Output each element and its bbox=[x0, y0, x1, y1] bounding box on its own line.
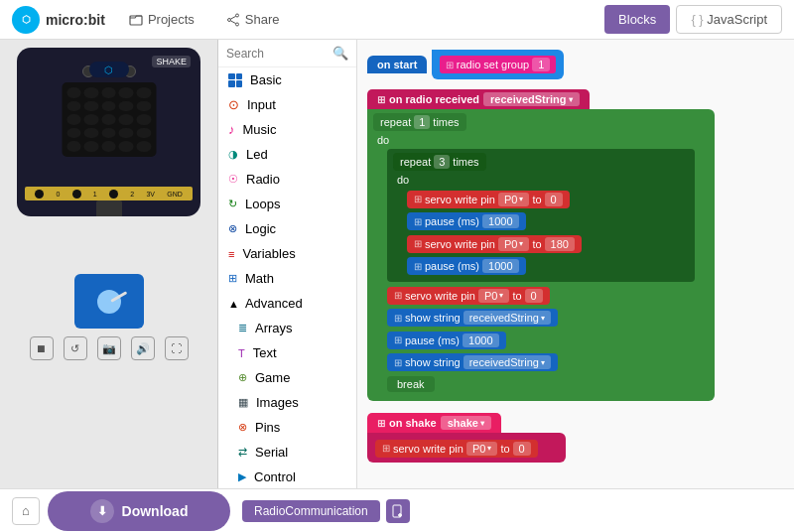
sidebar-item-math[interactable]: ⊞ Math bbox=[218, 266, 356, 291]
header-tabs: Blocks { } JavaScript bbox=[604, 5, 782, 34]
sidebar-item-led[interactable]: ◑ Led bbox=[218, 142, 356, 167]
folder-icon bbox=[129, 13, 143, 27]
servo1-block[interactable]: ⊞ servo write pin P0▾ to 0 bbox=[407, 189, 689, 208]
pause2-block[interactable]: ⊞ pause (ms) 1000 bbox=[407, 256, 689, 276]
game-icon: ⊕ bbox=[238, 371, 247, 384]
bluetooth-area: ⬡ bbox=[89, 62, 129, 77]
show1-block[interactable]: ⊞ show string receivedString▾ bbox=[387, 308, 709, 328]
advanced-chevron-icon: ▲ bbox=[228, 298, 239, 310]
variables-icon: ≡ bbox=[228, 248, 234, 260]
add-file-button[interactable] bbox=[386, 499, 410, 523]
advanced-label: Advanced bbox=[245, 296, 303, 311]
add-file-icon bbox=[391, 504, 405, 518]
sidebar-item-arrays[interactable]: ≣ Arrays bbox=[218, 316, 356, 340]
on-radio-received-block[interactable]: ⊞ on radio received receivedString ▾ bbox=[367, 89, 590, 109]
javascript-tab[interactable]: { } JavaScript bbox=[676, 5, 782, 34]
sidebar-item-variables[interactable]: ≡ Variables bbox=[218, 241, 356, 266]
simulator-panel: SHAKE ⬡ bbox=[0, 40, 218, 488]
share-icon bbox=[226, 13, 240, 27]
sidebar-item-radio[interactable]: ☉ Radio bbox=[218, 167, 356, 192]
basic-icon bbox=[228, 73, 242, 87]
logo-icon: ⬡ bbox=[12, 6, 40, 34]
home-button[interactable]: ⌂ bbox=[12, 497, 40, 525]
repeat2-block[interactable]: repeat 3 times bbox=[393, 153, 689, 171]
sidebar-item-control[interactable]: ▶ Control bbox=[218, 465, 356, 488]
svg-line-5 bbox=[230, 20, 235, 23]
on-radio-received-group: ⊞ on radio received receivedString ▾ rep… bbox=[367, 89, 784, 401]
on-shake-body: ⊞ servo write pin P0▾ to 0 bbox=[367, 433, 566, 463]
sidebar-item-pins[interactable]: ⊗ Pins bbox=[218, 415, 356, 440]
basic-label: Basic bbox=[250, 72, 282, 87]
on-shake-header: ⊞ on shake shake▾ bbox=[367, 413, 784, 433]
sidebar-item-logic[interactable]: ⊗ Logic bbox=[218, 216, 356, 241]
file-tab[interactable]: RadioCommunication bbox=[242, 500, 380, 522]
svg-point-1 bbox=[235, 14, 238, 17]
led-label: Led bbox=[246, 147, 268, 162]
servo3-block[interactable]: ⊞ servo write pin P0▾ to 0 bbox=[387, 285, 709, 305]
break-block[interactable]: break bbox=[387, 374, 709, 392]
pause1-block[interactable]: ⊞ pause (ms) 1000 bbox=[407, 211, 689, 231]
pause3-block[interactable]: ⊞ pause (ms) 1000 bbox=[387, 330, 709, 349]
do-label-inner: do bbox=[397, 174, 689, 186]
radio-set-group-block[interactable]: ⊞ radio set group 1 bbox=[440, 56, 557, 73]
logic-label: Logic bbox=[245, 221, 276, 236]
pin-strip: 0 1 2 3V GND bbox=[25, 187, 193, 200]
workspace[interactable]: on start ⊞ radio set group 1 ⊞ on radio … bbox=[357, 40, 794, 488]
logo: ⬡ micro:bit bbox=[12, 6, 105, 34]
blocks-tab[interactable]: Blocks bbox=[604, 5, 670, 34]
share-button[interactable]: Share bbox=[218, 8, 288, 31]
svg-point-3 bbox=[227, 18, 230, 21]
tab-bar: RadioCommunication bbox=[242, 499, 782, 523]
footer-left: ⌂ ⬇ Download bbox=[12, 491, 230, 531]
sidebar-item-text[interactable]: T Text bbox=[218, 340, 356, 365]
search-input[interactable] bbox=[226, 47, 329, 61]
led-matrix bbox=[62, 82, 156, 157]
pins-icon: ⊗ bbox=[238, 421, 247, 434]
game-label: Game bbox=[255, 370, 290, 385]
sidebar-item-loops[interactable]: ↻ Loops bbox=[218, 192, 356, 216]
fullscreen-button[interactable]: ⛶ bbox=[165, 336, 189, 360]
on-shake-block[interactable]: ⊞ on shake shake▾ bbox=[367, 413, 501, 433]
outer-repeat-container: repeat 1 times do repeat 3 times bbox=[367, 109, 715, 401]
do-label: do bbox=[377, 134, 709, 146]
text-icon: T bbox=[238, 347, 245, 359]
microbit-body: SHAKE ⬡ bbox=[17, 48, 200, 216]
footer: ⌂ ⬇ Download RadioCommunication bbox=[0, 488, 794, 532]
download-button[interactable]: ⬇ Download bbox=[48, 491, 230, 531]
pins-label: Pins bbox=[255, 420, 280, 435]
variables-label: Variables bbox=[242, 246, 295, 261]
logic-icon: ⊗ bbox=[228, 222, 237, 235]
control-label: Control bbox=[254, 469, 296, 484]
music-icon: ♪ bbox=[228, 122, 235, 137]
sidebar-item-advanced[interactable]: ▲ Advanced bbox=[218, 291, 356, 316]
svg-point-2 bbox=[235, 23, 238, 26]
sidebar-item-game[interactable]: ⊕ Game bbox=[218, 365, 356, 390]
repeat1-block[interactable]: repeat 1 times bbox=[373, 113, 709, 131]
restart-button[interactable]: ↺ bbox=[64, 336, 87, 360]
on-start-header[interactable]: on start bbox=[367, 56, 427, 73]
radio-icon: ☉ bbox=[228, 173, 238, 186]
servo-arm bbox=[110, 291, 127, 303]
arrays-label: Arrays bbox=[255, 321, 293, 335]
microbit-device-wrapper: SHAKE ⬡ bbox=[17, 48, 200, 246]
usb-port bbox=[96, 200, 122, 216]
show2-block[interactable]: ⊞ show string receivedString▾ bbox=[387, 352, 709, 372]
sound-button[interactable]: 🔊 bbox=[131, 336, 155, 360]
input-label: Input bbox=[247, 97, 276, 112]
serial-label: Serial bbox=[255, 445, 288, 460]
loops-icon: ↻ bbox=[228, 198, 237, 210]
sidebar-item-basic[interactable]: Basic bbox=[218, 67, 356, 92]
sidebar-item-images[interactable]: ▦ Images bbox=[218, 390, 356, 415]
sidebar-item-serial[interactable]: ⇄ Serial bbox=[218, 440, 356, 465]
sidebar-item-input[interactable]: ⊙ Input bbox=[218, 92, 356, 117]
projects-button[interactable]: Projects bbox=[121, 8, 202, 31]
inner-repeat-container: repeat 3 times do ⊞ servo write pin P0▾ bbox=[387, 149, 695, 282]
servo4-block[interactable]: ⊞ servo write pin P0▾ to 0 bbox=[375, 438, 558, 458]
servo2-block[interactable]: ⊞ servo write pin P0▾ to 180 bbox=[407, 233, 689, 253]
logo-text: micro:bit bbox=[46, 12, 105, 28]
screenshot-button[interactable]: 📷 bbox=[97, 336, 121, 360]
stop-button[interactable]: ⏹ bbox=[30, 336, 54, 360]
header: ⬡ micro:bit Projects Share Blocks { } Ja… bbox=[0, 0, 794, 40]
on-radio-received-header: ⊞ on radio received receivedString ▾ bbox=[367, 89, 784, 109]
sidebar-item-music[interactable]: ♪ Music bbox=[218, 117, 356, 142]
